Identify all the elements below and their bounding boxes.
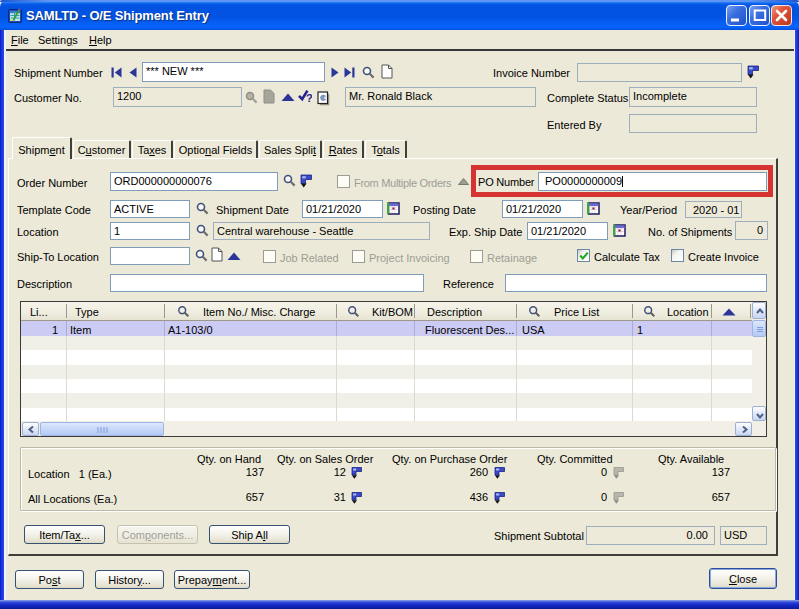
svg-text:?: ? xyxy=(306,92,312,104)
